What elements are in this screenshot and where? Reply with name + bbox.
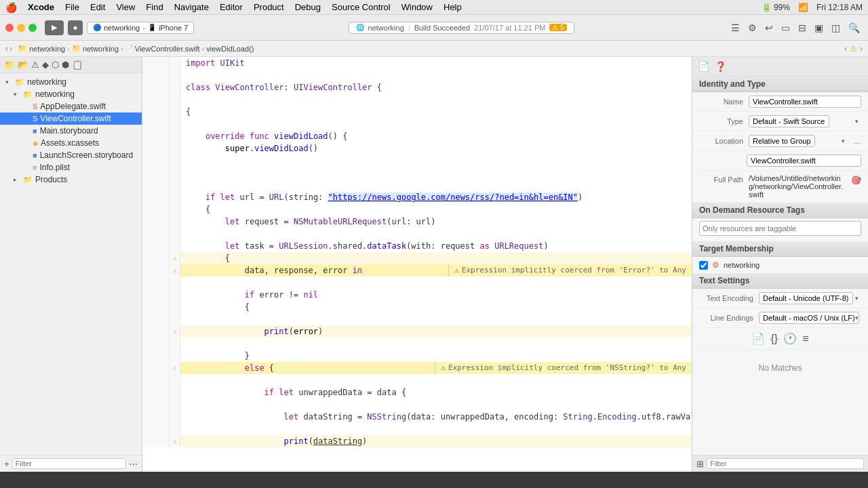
- breadcrumb-next-issue[interactable]: ›: [860, 44, 863, 54]
- menu-editor[interactable]: Editor: [220, 2, 243, 12]
- tree-item-viewcontroller[interactable]: ▾ S ViewController.swift: [0, 113, 142, 125]
- file-icon-btn[interactable]: 📄: [751, 332, 765, 345]
- run-button[interactable]: ▶: [45, 20, 64, 35]
- warning-gutter: [170, 338, 180, 350]
- code-line: if let unwrappedData = data {: [142, 386, 692, 399]
- toolbar: ▶ ■ 🔵 networking › 📱 iPhone 7 🌐 networki…: [0, 15, 868, 41]
- warning-gutter: [170, 277, 180, 289]
- breadcrumb-root[interactable]: networking: [29, 45, 65, 53]
- minimize-button[interactable]: [17, 24, 25, 32]
- tree-item-products[interactable]: ▸ 📁 Products: [0, 174, 142, 186]
- scheme-icon-btn[interactable]: ⚙: [745, 21, 760, 35]
- menu-product[interactable]: Product: [254, 2, 284, 12]
- type-select[interactable]: Default - Swift Source: [749, 115, 829, 127]
- apple-menu[interactable]: 🍎: [5, 2, 17, 13]
- rp-grid-button[interactable]: ⊞: [696, 459, 704, 469]
- filter-input[interactable]: [12, 458, 126, 469]
- tree-item-networking-group[interactable]: ▾ 📁 networking: [0, 88, 142, 100]
- sidebar-toggle-button[interactable]: ☰: [728, 21, 743, 35]
- menu-view[interactable]: View: [116, 2, 135, 12]
- code-line: super.viewDidLoad(): [142, 142, 692, 155]
- fullpath-locate-button[interactable]: 🎯: [851, 176, 861, 185]
- scheme-selector[interactable]: 🔵 networking › 📱 iPhone 7: [87, 22, 194, 34]
- search-icon-btn[interactable]: 🔍: [846, 21, 863, 35]
- warning-icon: ⚠: [441, 362, 446, 374]
- view-toggle-versions[interactable]: ◫: [829, 21, 843, 35]
- encoding-select[interactable]: Default - Unicode (UTF-8): [759, 292, 853, 304]
- menu-file[interactable]: File: [65, 2, 79, 12]
- sidebar-source-icon[interactable]: 📂: [18, 60, 28, 70]
- sidebar-breakpoint-icon[interactable]: ⬢: [62, 60, 69, 70]
- tags-input[interactable]: [699, 221, 861, 236]
- menu-edit[interactable]: Edit: [90, 2, 105, 12]
- line-number: [142, 301, 170, 313]
- code-line: let task = URLSession.shared.dataTask(wi…: [142, 240, 692, 252]
- quick-help-button[interactable]: ❓: [713, 60, 728, 73]
- line-number: [142, 167, 170, 179]
- menu-source-control[interactable]: Source Control: [332, 2, 391, 12]
- code-editor[interactable]: import UIKit class ViewController: UIVie…: [142, 57, 692, 472]
- name-input[interactable]: [749, 96, 861, 108]
- line-number: [142, 386, 170, 399]
- sidebar-test-icon[interactable]: ◆: [42, 60, 49, 70]
- line-number: [142, 240, 170, 252]
- tree-item-info-plist[interactable]: ▾ ≡ Info.plist: [0, 161, 142, 174]
- line-endings-select[interactable]: Default - macOS / Unix (LF): [759, 312, 859, 324]
- tree-item-root[interactable]: ▾ 📁 networking: [0, 76, 142, 88]
- tree-item-main-storyboard[interactable]: ▾ ■ Main.storyboard: [0, 125, 142, 137]
- view-toggle-split[interactable]: ⊟: [795, 21, 809, 35]
- menu-debug[interactable]: Debug: [295, 2, 321, 12]
- breadcrumb-file[interactable]: ViewController.swift: [135, 45, 200, 53]
- sidebar-project-icon[interactable]: 📁: [4, 60, 15, 70]
- location-filename-input[interactable]: [747, 155, 861, 167]
- breadcrumb-forward-button[interactable]: ›: [9, 44, 12, 54]
- sidebar-settings-button[interactable]: ⋯: [129, 459, 138, 469]
- target-checkbox[interactable]: [699, 261, 708, 270]
- sidebar-warning-icon[interactable]: ⚠: [31, 60, 39, 70]
- code-line: {: [142, 301, 692, 313]
- warning-text: Expression implicitly coerced from 'NSSt…: [448, 362, 686, 374]
- tree-item-launch-storyboard[interactable]: ▾ ■ LaunchScreen.storyboard: [0, 149, 142, 161]
- menu-navigate[interactable]: Navigate: [174, 2, 209, 12]
- menu-window[interactable]: Window: [401, 2, 433, 12]
- clock-icon-btn[interactable]: 🕐: [783, 332, 797, 345]
- code-content: [180, 167, 692, 179]
- plist-icon: ≡: [33, 163, 37, 171]
- breakpoint-icon-btn[interactable]: ↩: [762, 21, 776, 35]
- menu-xcode[interactable]: Xcode: [28, 2, 54, 12]
- add-file-button[interactable]: +: [4, 459, 9, 469]
- stop-button[interactable]: ■: [68, 20, 83, 35]
- breadcrumb-prev-issue[interactable]: ‹: [844, 44, 847, 54]
- folder-icon: 📁: [15, 78, 24, 87]
- line-endings-select-wrapper: Default - macOS / Unix (LF) ▾: [759, 312, 861, 324]
- breadcrumb-method[interactable]: viewDidLoad(): [206, 45, 254, 53]
- location-choose-button[interactable]: …: [853, 136, 861, 146]
- view-toggle-assistant[interactable]: ▣: [812, 21, 826, 35]
- braces-icon-btn[interactable]: {}: [770, 333, 778, 345]
- code-line: override func viewDidLoad() {: [142, 130, 692, 142]
- sidebar-report-icon[interactable]: 📋: [72, 60, 83, 70]
- code-line: }: [142, 350, 692, 362]
- close-button[interactable]: [5, 24, 14, 32]
- view-toggle-single[interactable]: ▭: [778, 21, 793, 35]
- code-area[interactable]: import UIKit class ViewController: UIVie…: [142, 57, 692, 472]
- list-icon-btn[interactable]: ≡: [802, 333, 808, 345]
- menu-find[interactable]: Find: [146, 2, 163, 12]
- breadcrumb-folder[interactable]: networking: [83, 45, 119, 53]
- rp-filter-input[interactable]: [707, 458, 864, 469]
- tree-item-appdelegate[interactable]: ▾ S AppDelegate.swift: [0, 100, 142, 113]
- maximize-button[interactable]: [28, 24, 37, 32]
- code-content: let dataString = NSString(data: unwrappe…: [180, 411, 692, 423]
- code-line: [142, 155, 692, 167]
- warning-gutter: [170, 289, 180, 301]
- sidebar-debug-icon[interactable]: ⬡: [52, 60, 59, 70]
- file-inspector-button[interactable]: 📄: [696, 60, 711, 73]
- warning-badge[interactable]: ⚠ 5: [549, 24, 566, 31]
- menu-help[interactable]: Help: [443, 2, 462, 12]
- breadcrumb-back-button[interactable]: ‹: [5, 44, 8, 54]
- line-number: [142, 94, 170, 106]
- code-line: let dataString = NSString(data: unwrappe…: [142, 411, 692, 423]
- assets-icon: ◈: [33, 139, 38, 148]
- location-select[interactable]: Relative to Group: [749, 135, 815, 147]
- tree-item-assets[interactable]: ▾ ◈ Assets.xcassets: [0, 137, 142, 149]
